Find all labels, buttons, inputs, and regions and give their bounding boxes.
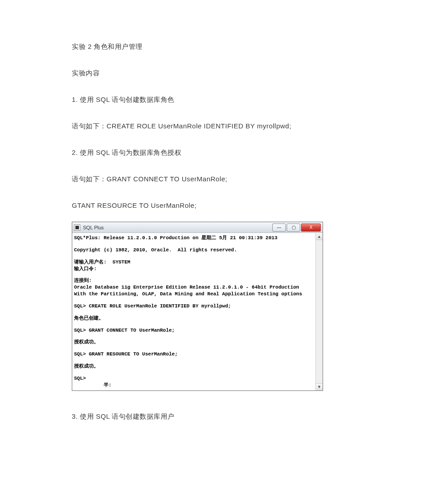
terminal-blank <box>74 346 321 351</box>
terminal-blank <box>74 241 321 247</box>
scroll-down-icon[interactable]: ▼ <box>316 383 323 390</box>
heading-2: 2. 使用 SQL 语句为数据库角色授权 <box>72 149 352 157</box>
maximize-icon: ▢ <box>292 225 296 230</box>
minimize-button[interactable]: — <box>272 224 286 232</box>
minimize-icon: — <box>277 225 281 230</box>
terminal-area: SQL*Plus: Release 11.2.0.1.0 Production … <box>72 233 323 390</box>
window-titlebar: SQL Plus — ▢ X <box>72 222 323 233</box>
terminal-line: 角色已创建。 <box>74 315 321 322</box>
terminal-line: SQL> CREATE ROLE UserManRole IDENTIFIED … <box>74 303 321 310</box>
maximize-button[interactable]: ▢ <box>287 224 300 232</box>
terminal-line: 半: <box>74 382 321 389</box>
heading-3: 3. 使用 SQL 语句创建数据库用户 <box>72 412 352 421</box>
window-title: SQL Plus <box>83 225 104 230</box>
terminal-blank <box>74 254 321 259</box>
terminal-line: Copyright (c) 1982, 2010, Oracle. All ri… <box>74 247 321 254</box>
terminal-blank <box>74 333 321 339</box>
terminal-blank <box>74 358 321 363</box>
doc-title: 实验 2 角色和用户管理 <box>72 43 352 51</box>
terminal-line: 连接到: <box>74 277 321 284</box>
terminal-line: SQL> <box>74 375 321 382</box>
terminal-line: 授权成功。 <box>74 339 321 346</box>
paragraph-2: 语句如下：GRANT CONNECT TO UserManRole; <box>72 175 352 184</box>
terminal-line: 请输入用户名: SYSTEM <box>74 259 321 266</box>
terminal-blank <box>74 298 321 303</box>
spacer <box>72 391 352 412</box>
terminal-line: 输入口令: <box>74 266 321 272</box>
sqlplus-window: SQL Plus — ▢ X SQL*Plus: Release 11.2.0.… <box>72 222 323 391</box>
heading-1: 1. 使用 SQL 语句创建数据库角色 <box>72 96 352 104</box>
terminal-blank <box>74 310 321 315</box>
close-icon: X <box>310 225 313 230</box>
terminal-output: SQL*Plus: Release 11.2.0.1.0 Production … <box>72 233 323 390</box>
terminal-line: SQL*Plus: Release 11.2.0.1.0 Production … <box>74 235 321 241</box>
close-button[interactable]: X <box>301 224 321 232</box>
vertical-scrollbar[interactable]: ▲ ▼ <box>315 233 323 390</box>
section-heading: 实验内容 <box>72 69 352 78</box>
paragraph-1: 语句如下：CREATE ROLE UserManRole IDENTIFIED … <box>72 122 352 131</box>
app-icon <box>74 224 80 231</box>
terminal-blank <box>74 272 321 277</box>
terminal-line: SQL> GRANT CONNECT TO UserManRole; <box>74 327 321 334</box>
paragraph-3: GTANT RESOURCE TO UserManRole; <box>72 202 352 209</box>
terminal-line: With the Partitioning, OLAP, Data Mining… <box>74 291 321 298</box>
terminal-line: Oracle Database 11g Enterprise Edition R… <box>74 284 321 291</box>
terminal-blank <box>74 370 321 375</box>
terminal-blank <box>74 322 321 327</box>
scroll-up-icon[interactable]: ▲ <box>316 233 323 240</box>
terminal-line: SQL> GRANT RESOURCE TO UserManRole; <box>74 351 321 358</box>
terminal-line: 授权成功。 <box>74 363 321 370</box>
